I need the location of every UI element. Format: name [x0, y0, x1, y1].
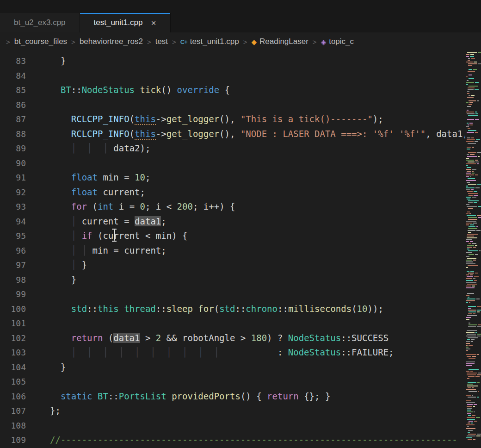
minimap-row — [465, 391, 481, 392]
minimap-row — [465, 156, 481, 157]
minimap-row — [465, 82, 481, 83]
code-line-98[interactable]: 98 } — [0, 273, 481, 287]
line-number: 94 — [0, 214, 26, 229]
minimap-row — [465, 62, 481, 62]
minimap-row — [465, 232, 481, 233]
minimap-row — [465, 341, 481, 342]
line-number: 104 — [0, 360, 26, 375]
breadcrumb-item-behaviortree_ros2[interactable]: behaviortree_ros2 — [80, 37, 143, 46]
minimap-row — [465, 163, 481, 164]
code-line-93[interactable]: 93 for (int i = 0; i < 200; i++) { — [0, 199, 481, 214]
close-icon[interactable]: × — [151, 19, 156, 27]
minimap-row — [465, 291, 481, 292]
code-area[interactable]: 83 }8485 BT::NodeStatus tick() override … — [0, 51, 481, 448]
minimap-row — [465, 324, 481, 325]
line-number: 85 — [0, 83, 26, 98]
minimap-row — [465, 393, 481, 394]
code-line-104[interactable]: 104 } — [0, 360, 481, 375]
minimap-row — [465, 152, 481, 153]
tab-label: test_unit1.cpp — [94, 18, 143, 27]
minimap-row — [465, 334, 481, 335]
code-line-89[interactable]: 89 │ │ │ data2); — [0, 141, 481, 156]
minimap-row — [465, 326, 481, 327]
minimap-row — [465, 343, 481, 344]
minimap-row — [465, 282, 481, 283]
minimap-row — [465, 228, 481, 229]
code-line-109[interactable]: 109//-----------------------------------… — [0, 433, 481, 448]
code-text: for (int i = 0; i < 200; i++) { — [50, 199, 235, 214]
chevron-right-icon: > — [172, 38, 176, 46]
minimap-row — [465, 221, 481, 222]
tab-bt_u2_ex3-cpp[interactable]: bt_u2_ex3.cpp — [0, 13, 80, 32]
minimap-row — [465, 306, 481, 307]
code-line-102[interactable]: 102 return (data1 > 2 && robotAngle > 18… — [0, 331, 481, 346]
breadcrumb-item-ReadingLaser[interactable]: ◆ReadingLaser — [251, 37, 308, 46]
method-symbol-icon: ◈ — [321, 38, 327, 45]
minimap-row — [465, 130, 481, 131]
minimap-row — [465, 167, 481, 168]
minimap-row — [465, 365, 481, 366]
code-line-85[interactable]: 85 BT::NodeStatus tick() override { — [0, 83, 481, 98]
minimap-row — [465, 297, 481, 298]
minimap-row — [465, 395, 481, 396]
minimap-row — [465, 219, 481, 220]
code-line-95[interactable]: 95 │ if (current < min) { — [0, 229, 481, 243]
code-line-84[interactable]: 84 — [0, 68, 481, 83]
breadcrumb-item-test_unit1-cpp[interactable]: C+test_unit1.cpp — [180, 37, 239, 46]
minimap-row — [465, 363, 481, 364]
code-line-106[interactable]: 106 static BT::PortsList providedPorts()… — [0, 389, 481, 404]
code-line-107[interactable]: 107}; — [0, 404, 481, 418]
tab-test_unit1-cpp[interactable]: test_unit1.cpp× — [80, 13, 171, 32]
minimap-row — [465, 132, 481, 133]
minimap[interactable] — [465, 51, 481, 448]
minimap-row — [465, 339, 481, 340]
code-line-103[interactable]: 103 │ │ │ │ │ │ │ │ │ │ : NodeStatus::FA… — [0, 345, 481, 360]
line-number: 98 — [0, 273, 26, 287]
minimap-row — [465, 369, 481, 370]
code-line-88[interactable]: 88 RCLCPP_INFO(this->get_logger(), "NODE… — [0, 127, 481, 142]
chevron-right-icon: > — [313, 38, 317, 46]
minimap-row — [465, 223, 481, 224]
breadcrumb-label: bt_course_files — [14, 37, 67, 46]
minimap-row — [465, 136, 481, 137]
code-line-91[interactable]: 91 float min = 10; — [0, 170, 481, 185]
line-number: 101 — [0, 316, 26, 331]
minimap-row — [465, 387, 481, 388]
minimap-row — [465, 197, 481, 198]
code-line-97[interactable]: 97 │ } — [0, 258, 481, 273]
code-line-105[interactable]: 105 — [0, 374, 481, 389]
code-line-92[interactable]: 92 float current; — [0, 185, 481, 200]
minimap-row — [465, 376, 481, 377]
code-line-101[interactable]: 101 — [0, 316, 481, 331]
breadcrumb-item-test[interactable]: test — [155, 37, 168, 46]
code-line-94[interactable]: 94 │ current = data1; — [0, 214, 481, 229]
code-line-108[interactable]: 108 — [0, 418, 481, 433]
minimap-row — [465, 106, 481, 107]
minimap-row — [465, 269, 481, 270]
minimap-row — [465, 274, 481, 275]
code-line-100[interactable]: 100 std::this_thread::sleep_for(std::chr… — [0, 302, 481, 317]
line-number: 91 — [0, 170, 26, 185]
code-line-86[interactable]: 86 — [0, 98, 481, 112]
class-symbol-icon: ◆ — [251, 38, 257, 45]
code-line-90[interactable]: 90 — [0, 156, 481, 171]
breadcrumb-item-bt_course_files[interactable]: bt_course_files — [14, 37, 67, 46]
minimap-row — [465, 160, 481, 161]
code-line-96[interactable]: 96 │ │ min = current; — [0, 243, 481, 258]
code-line-87[interactable]: 87 RCLCPP_INFO(this->get_logger(), "This… — [0, 112, 481, 127]
code-text: │ │ min = current; — [50, 243, 166, 258]
code-line-83[interactable]: 83 } — [0, 54, 481, 68]
minimap-row — [465, 71, 481, 72]
minimap-row — [465, 226, 481, 227]
minimap-row — [465, 173, 481, 174]
minimap-row — [465, 347, 481, 348]
code-line-99[interactable]: 99 — [0, 287, 481, 302]
minimap-row — [465, 293, 481, 294]
minimap-row — [465, 321, 481, 322]
breadcrumb-item-topic_c[interactable]: ◈topic_c — [321, 37, 354, 46]
line-number: 106 — [0, 389, 26, 404]
line-number: 90 — [0, 156, 26, 171]
minimap-row — [465, 206, 481, 207]
minimap-row — [465, 428, 481, 429]
line-number: 88 — [0, 127, 26, 142]
